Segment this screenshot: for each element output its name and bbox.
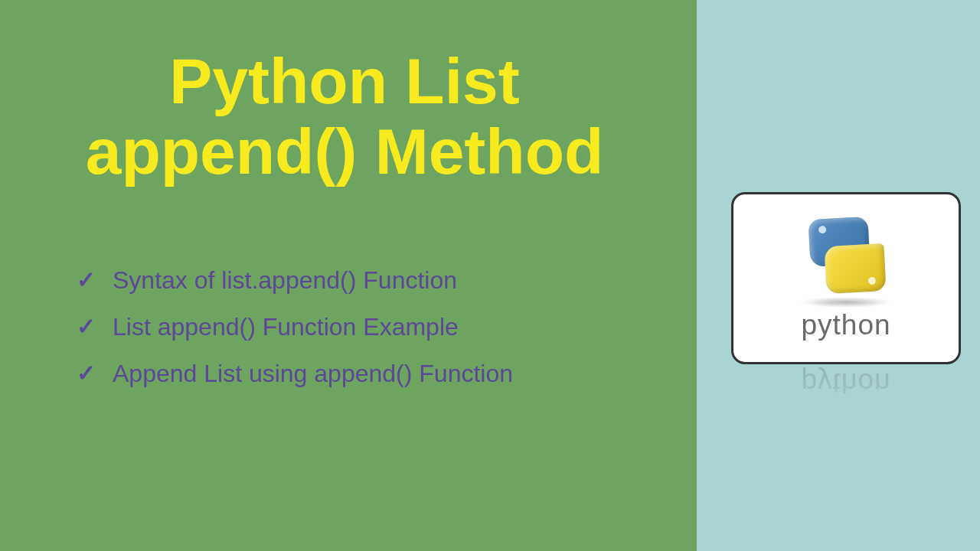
list-item: ✓ Syntax of list.append() Function	[77, 264, 651, 297]
python-snake-yellow	[824, 243, 886, 294]
bullet-text: List append() Function Example	[113, 311, 459, 344]
logo-reflection: python	[731, 367, 961, 435]
content-panel: Python List append() Method ✓ Syntax of …	[0, 0, 697, 551]
title-line-2: append() Method	[86, 116, 604, 187]
slide-title: Python List append() Method	[46, 46, 643, 187]
check-icon: ✓	[77, 360, 96, 386]
title-line-1: Python List	[169, 45, 519, 117]
check-icon: ✓	[77, 266, 96, 293]
bullet-text: Append List using append() Function	[113, 357, 513, 390]
bullet-text: Syntax of list.append() Function	[113, 264, 457, 297]
python-logo-card: python	[731, 192, 961, 364]
logo-caption: python	[801, 309, 890, 341]
python-logo-icon	[795, 215, 898, 303]
check-icon: ✓	[77, 313, 96, 340]
sidebar-panel: python python	[697, 0, 980, 551]
bullet-list: ✓ Syntax of list.append() Function ✓ Lis…	[77, 264, 651, 391]
list-item: ✓ Append List using append() Function	[77, 357, 651, 390]
list-item: ✓ List append() Function Example	[77, 311, 651, 344]
